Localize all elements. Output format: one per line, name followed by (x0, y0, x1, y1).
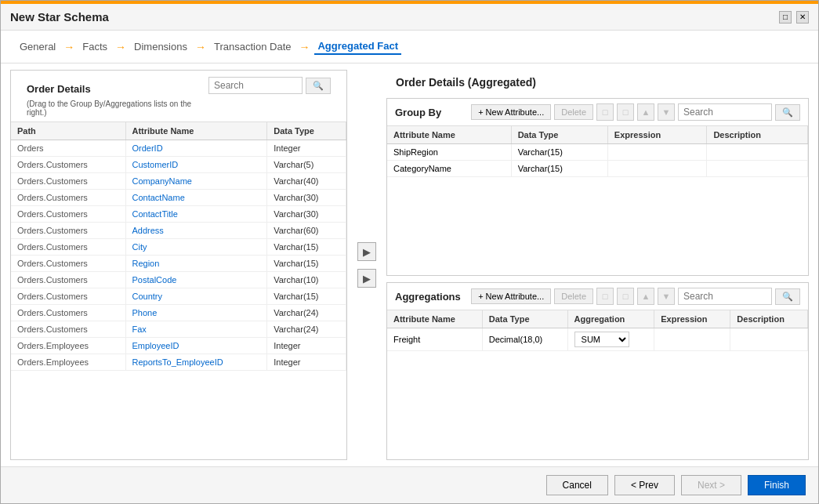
group-by-search-icon: 🔍 (782, 107, 793, 118)
group-by-check1-button[interactable]: □ (596, 103, 614, 121)
gb-col-attr: Attribute Name (387, 126, 511, 144)
list-item[interactable]: Orders.Customers City Varchar(15) (11, 239, 346, 256)
agg-col-desc: Description (730, 310, 808, 328)
restore-button[interactable]: □ (779, 11, 792, 24)
list-item[interactable]: Orders.Customers Fax Varchar(24) (11, 321, 346, 338)
window-title: New Star Schema (10, 10, 109, 24)
list-item[interactable]: Orders.Customers CustomerID Varchar(5) (11, 157, 346, 173)
agg-up-button[interactable]: ▲ (637, 288, 654, 305)
wizard-arrow-3: → (195, 41, 206, 53)
agg-new-attr-button[interactable]: + New Attribute... (471, 288, 551, 304)
cell-type: Integer (267, 354, 346, 371)
gb-col-expr: Expression (607, 126, 707, 144)
wizard-step-general[interactable]: General (16, 39, 59, 54)
cell-type: Varchar(10) (267, 272, 346, 288)
cell-attr: ContactTitle (125, 206, 267, 223)
left-panel-title: Order Details (19, 77, 201, 98)
wizard-nav: General → Facts → Dimensions → Transacti… (1, 31, 818, 63)
cell-attr: Phone (125, 305, 267, 321)
cell-path: Orders.Employees (11, 338, 125, 354)
gb-cell-desc (707, 144, 808, 161)
list-item[interactable]: Orders.Customers ContactName Varchar(30) (11, 190, 346, 206)
window-controls: □ ✕ (779, 11, 809, 24)
wizard-step-facts[interactable]: Facts (79, 39, 111, 54)
left-panel-subtitle: (Drag to the Group By/Aggregations lists… (19, 98, 201, 121)
agg-cell-type: Decimal(18,0) (482, 328, 567, 351)
wizard-arrow-2: → (115, 41, 126, 53)
wizard-step-transaction-date[interactable]: Transaction Date (211, 39, 295, 54)
agg-cell-agg: SUMCOUNTAVGMINMAX (567, 328, 654, 351)
main-window: New Star Schema □ ✕ General → Facts → Di… (0, 0, 819, 504)
group-by-down-button[interactable]: ▼ (658, 103, 675, 121)
cell-type: Varchar(30) (267, 190, 346, 206)
agg-search-button[interactable]: 🔍 (775, 288, 800, 305)
group-by-check2-button[interactable]: □ (617, 103, 634, 121)
cell-type: Integer (267, 338, 346, 354)
wizard-step-aggregated-fact[interactable]: Aggregated Fact (314, 38, 401, 55)
cell-type: Varchar(24) (267, 321, 346, 338)
list-item[interactable]: Orders.Employees EmployeeID Integer (11, 338, 346, 354)
cell-path: Orders (11, 140, 125, 157)
group-by-search-button[interactable]: 🔍 (775, 104, 800, 121)
agg-delete-button[interactable]: Delete (554, 288, 593, 304)
left-search-icon: 🔍 (313, 81, 324, 91)
table-row[interactable]: Freight Decimal(18,0) SUMCOUNTAVGMINMAX (387, 328, 808, 351)
gb-cell-attr: CategoryName (387, 161, 511, 177)
group-by-section: Group By + New Attribute... Delete □ □ ▲… (386, 98, 809, 276)
table-row[interactable]: ShipRegion Varchar(15) (387, 144, 808, 161)
list-item[interactable]: Orders.Customers CompanyName Varchar(40) (11, 173, 346, 190)
list-item[interactable]: Orders.Customers Phone Varchar(24) (11, 305, 346, 321)
group-by-delete-button[interactable]: Delete (554, 104, 593, 120)
finish-button[interactable]: Finish (748, 475, 806, 495)
wizard-arrow-4: → (299, 41, 310, 53)
right-panel-title: Order Details (Aggregated) (386, 70, 809, 92)
group-by-new-attr-button[interactable]: + New Attribute... (471, 104, 551, 120)
group-by-header: Group By + New Attribute... Delete □ □ ▲… (387, 99, 808, 126)
agg-search-input[interactable] (678, 288, 772, 305)
cell-path: Orders.Customers (11, 256, 125, 272)
add-to-groupby-button[interactable]: ▶ (357, 242, 376, 261)
cell-path: Orders.Customers (11, 190, 125, 206)
group-by-up-button[interactable]: ▲ (637, 103, 654, 121)
agg-check1-button[interactable]: □ (596, 288, 614, 305)
wizard-step-dimensions[interactable]: Dimensions (131, 39, 190, 54)
cell-type: Varchar(5) (267, 157, 346, 173)
main-content: Order Details (Drag to the Group By/Aggr… (1, 63, 818, 466)
cell-type: Varchar(30) (267, 206, 346, 223)
title-bar: New Star Schema □ ✕ (1, 4, 818, 31)
list-item[interactable]: Orders OrderID Integer (11, 140, 346, 157)
gb-col-type: Data Type (511, 126, 607, 144)
agg-col-agg: Aggregation (567, 310, 654, 328)
close-button[interactable]: ✕ (796, 11, 809, 24)
left-search-bar: 🔍 (201, 77, 339, 99)
list-item[interactable]: Orders.Customers PostalCode Varchar(10) (11, 272, 346, 288)
cell-path: Orders.Customers (11, 173, 125, 190)
agg-title: Aggregations (395, 291, 461, 303)
group-by-actions: + New Attribute... Delete □ □ ▲ ▼ 🔍 (471, 103, 800, 121)
agg-down-button[interactable]: ▼ (658, 288, 675, 305)
prev-button[interactable]: < Prev (614, 475, 675, 495)
cell-attr: Address (125, 223, 267, 239)
list-item[interactable]: Orders.Customers Region Varchar(15) (11, 256, 346, 272)
cancel-button[interactable]: Cancel (546, 475, 608, 495)
left-table-wrap: Path Attribute Name Data Type Orders Ord… (11, 121, 346, 459)
add-to-agg-button[interactable]: ▶ (357, 269, 376, 288)
list-item[interactable]: Orders.Customers Address Varchar(60) (11, 223, 346, 239)
col-path: Path (11, 122, 125, 140)
gb-cell-desc (707, 161, 808, 177)
cell-type: Varchar(15) (267, 239, 346, 256)
next-button[interactable]: Next > (681, 475, 741, 495)
list-item[interactable]: Orders.Customers ContactTitle Varchar(30… (11, 206, 346, 223)
group-by-search-input[interactable] (678, 103, 772, 121)
cell-attr: OrderID (125, 140, 267, 157)
aggregation-select[interactable]: SUMCOUNTAVGMINMAX (574, 332, 629, 347)
list-item[interactable]: Orders.Customers Country Varchar(15) (11, 288, 346, 305)
agg-table: Attribute Name Data Type Aggregation Exp… (387, 310, 808, 351)
table-row[interactable]: CategoryName Varchar(15) (387, 161, 808, 177)
cell-attr: PostalCode (125, 272, 267, 288)
list-item[interactable]: Orders.Employees ReportsTo_EmployeeID In… (11, 354, 346, 371)
left-search-input[interactable] (208, 77, 303, 94)
agg-check2-button[interactable]: □ (617, 288, 634, 305)
left-search-button[interactable]: 🔍 (306, 78, 331, 94)
footer: Cancel < Prev Next > Finish (1, 466, 818, 503)
